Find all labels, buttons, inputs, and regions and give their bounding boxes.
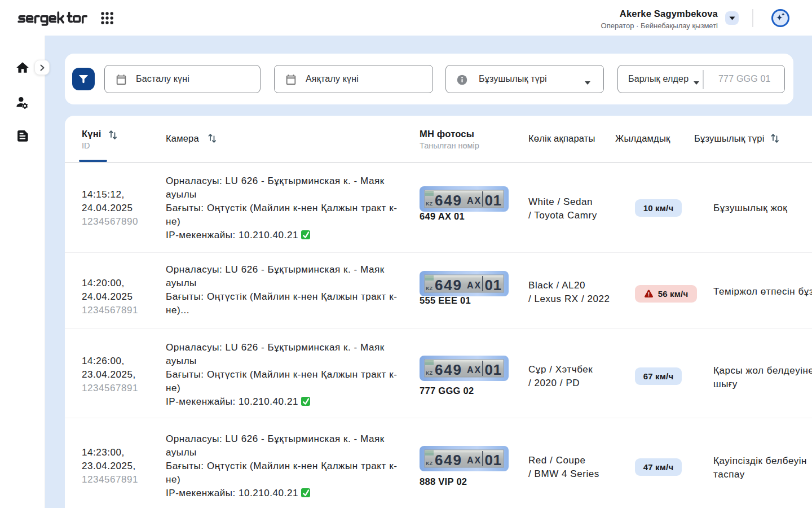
svg-text:649: 649 [435, 452, 462, 468]
svg-text:01: 01 [485, 192, 502, 209]
svg-text:AX: AX [467, 196, 482, 205]
svg-text:01: 01 [485, 277, 502, 294]
svg-text:649: 649 [435, 277, 462, 294]
svg-text:AX: AX [467, 365, 482, 375]
svg-text:KZ: KZ [426, 461, 433, 466]
svg-text:649: 649 [435, 361, 462, 378]
svg-text:649: 649 [435, 192, 462, 209]
svg-text:AX: AX [467, 281, 482, 290]
svg-text:01: 01 [485, 361, 502, 378]
svg-text:KZ: KZ [426, 201, 433, 207]
svg-text:KZ: KZ [426, 286, 433, 291]
svg-text:KZ: KZ [426, 370, 433, 376]
svg-text:AX: AX [467, 456, 482, 465]
svg-text:01: 01 [485, 452, 502, 468]
